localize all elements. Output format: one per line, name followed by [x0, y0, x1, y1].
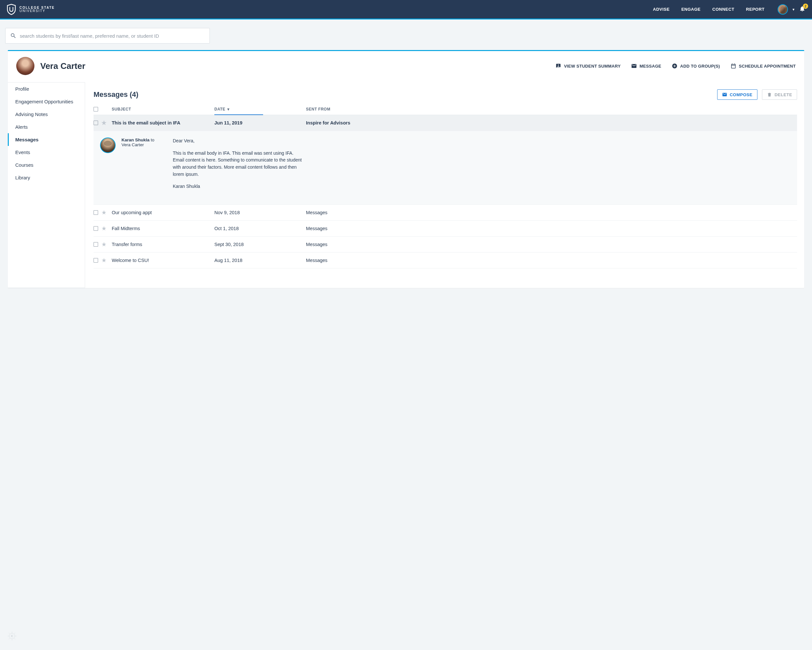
sidebar: Profile Engagement Opportunities Advisin… — [8, 82, 85, 288]
message-row[interactable]: ★ Transfer forms Sept 30, 2018 Messages — [93, 237, 797, 252]
message-row[interactable]: ★ This is the email subject in IFA Jun 1… — [93, 115, 797, 131]
group-add-icon — [672, 63, 678, 69]
message-meta: Karan Shukla to Vera Carter — [122, 138, 167, 195]
sort-desc-icon: ▾ — [227, 107, 230, 112]
schedule-appointment-button[interactable]: SCHEDULE APPOINTMENT — [731, 63, 796, 69]
active-sort-underline — [214, 115, 263, 115]
main-top: Messages (4) COMPOSE DELETE — [93, 89, 797, 100]
mail-icon — [722, 92, 727, 97]
star-icon[interactable]: ★ — [101, 241, 107, 248]
trash-icon — [767, 92, 772, 97]
contact-card-icon — [556, 63, 561, 69]
message-body: Dear Vera, This is the email body in IFA… — [173, 138, 303, 195]
delete-button[interactable]: DELETE — [762, 89, 797, 100]
brand-line1: COLLEGE STATE — [20, 6, 55, 9]
nav-engage[interactable]: ENGAGE — [681, 7, 701, 12]
search-section — [0, 20, 812, 50]
table-header: SUBJECT DATE▾ SENT FROM — [93, 107, 797, 115]
student-avatar — [16, 57, 34, 75]
sidebar-item-profile[interactable]: Profile — [8, 83, 85, 95]
main-panel: Messages (4) COMPOSE DELETE SUBJECT DATE… — [85, 82, 804, 288]
chevron-down-icon[interactable]: ▾ — [792, 7, 794, 12]
messages-title: Messages (4) — [93, 90, 138, 99]
add-to-group-button[interactable]: ADD TO GROUP(S) — [672, 63, 720, 69]
select-all-checkbox[interactable] — [93, 107, 98, 112]
col-from[interactable]: SENT FROM — [306, 107, 797, 112]
card-header: Vera Carter VIEW STUDENT SUMMARY MESSAGE… — [8, 51, 804, 82]
sidebar-item-advising[interactable]: Advising Notes — [8, 108, 85, 121]
row-checkbox[interactable] — [93, 226, 98, 231]
star-icon[interactable]: ★ — [101, 209, 107, 216]
mail-icon — [631, 63, 637, 69]
sidebar-item-messages[interactable]: Messages — [8, 133, 85, 146]
sidebar-item-courses[interactable]: Courses — [8, 159, 85, 171]
search-container — [5, 28, 210, 44]
message-row[interactable]: ★ Welcome to CSU! Aug 11, 2018 Messages — [93, 252, 797, 268]
star-icon[interactable]: ★ — [101, 257, 107, 264]
content-row: Profile Engagement Opportunities Advisin… — [8, 82, 804, 288]
star-icon[interactable]: ★ — [101, 225, 107, 232]
message-expanded: Karan Shukla to Vera Carter Dear Vera, T… — [93, 131, 797, 205]
sidebar-item-events[interactable]: Events — [8, 146, 85, 159]
topbar: COLLEGE STATE UNIVERSITY ADVISE ENGAGE C… — [0, 0, 812, 20]
message-row[interactable]: ★ Fall Midterms Oct 1, 2018 Messages — [93, 221, 797, 237]
row-checkbox[interactable] — [93, 242, 98, 247]
sender-avatar — [100, 138, 116, 153]
student-name: Vera Carter — [40, 61, 85, 71]
col-subject[interactable]: SUBJECT — [112, 107, 214, 112]
brand-line2: UNIVERSITY — [20, 9, 55, 13]
search-icon — [10, 32, 17, 39]
header-actions: VIEW STUDENT SUMMARY MESSAGE ADD TO GROU… — [556, 63, 796, 69]
star-icon[interactable]: ★ — [101, 119, 107, 127]
nav: ADVISE ENGAGE CONNECT REPORT — [653, 7, 765, 12]
sidebar-item-engagement[interactable]: Engagement Opportunities — [8, 95, 85, 108]
nav-connect[interactable]: CONNECT — [712, 7, 734, 12]
notification-badge: 2 — [803, 3, 808, 9]
message-row[interactable]: ★ Our upcoming appt Nov 9, 2018 Messages — [93, 205, 797, 221]
row-checkbox[interactable] — [93, 121, 98, 125]
compose-button[interactable]: COMPOSE — [717, 89, 757, 100]
brand-logo-icon — [6, 4, 16, 15]
nav-report[interactable]: REPORT — [746, 7, 765, 12]
sidebar-item-library[interactable]: Library — [8, 171, 85, 184]
nav-advise[interactable]: ADVISE — [653, 7, 669, 12]
view-summary-button[interactable]: VIEW STUDENT SUMMARY — [556, 63, 621, 69]
brand: COLLEGE STATE UNIVERSITY — [6, 4, 55, 15]
user-avatar[interactable] — [778, 4, 788, 15]
notifications-button[interactable]: 2 — [799, 6, 806, 13]
message-button[interactable]: MESSAGE — [631, 63, 661, 69]
student-card: Vera Carter VIEW STUDENT SUMMARY MESSAGE… — [8, 50, 804, 288]
row-checkbox[interactable] — [93, 210, 98, 215]
topbar-right: ▾ 2 — [778, 4, 806, 15]
calendar-icon — [731, 63, 736, 69]
search-input[interactable] — [20, 33, 205, 39]
row-checkbox[interactable] — [93, 258, 98, 263]
col-date[interactable]: DATE▾ — [214, 107, 306, 112]
sidebar-item-alerts[interactable]: Alerts — [8, 121, 85, 133]
